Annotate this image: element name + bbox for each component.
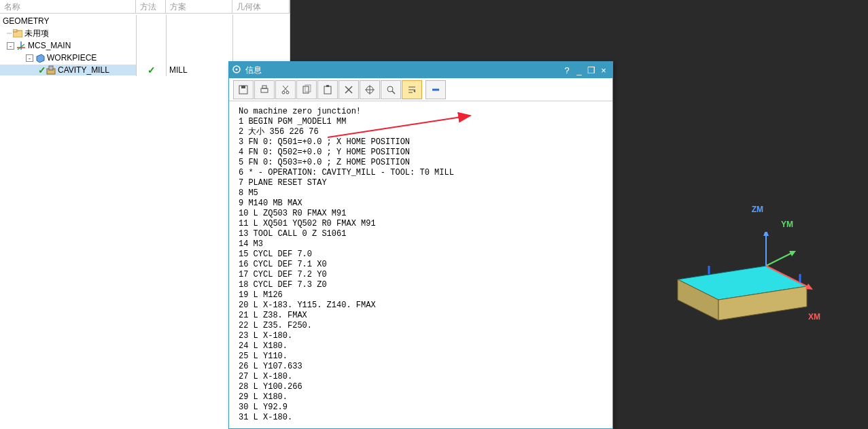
delete-button[interactable] <box>338 80 359 99</box>
axis-x-label: XM <box>808 312 820 322</box>
mill-op-icon <box>46 65 56 75</box>
check-icon: ✓ <box>38 65 46 75</box>
tree-label: GEOMETRY <box>3 16 49 26</box>
svg-point-26 <box>286 91 289 94</box>
help-button[interactable]: ? <box>561 65 573 75</box>
tree-row-mcs[interactable]: - MCS_MAIN <box>0 39 290 52</box>
svg-point-38 <box>387 86 393 92</box>
svg-rect-1 <box>13 29 17 32</box>
svg-line-27 <box>283 86 288 91</box>
svg-marker-12 <box>763 232 769 236</box>
target-button[interactable] <box>360 80 380 99</box>
axis-triad-and-workpiece: ZM YM XM <box>664 205 814 341</box>
svg-rect-23 <box>261 88 268 92</box>
svg-line-39 <box>392 91 395 94</box>
tree-label: WORKPIECE <box>47 53 97 63</box>
workpiece-model <box>664 232 814 347</box>
method-cell: MILL <box>169 65 188 75</box>
cut-button[interactable] <box>275 80 296 99</box>
check-icon: ✓ <box>147 65 156 75</box>
col-scheme[interactable]: 方案 <box>166 0 232 13</box>
tree-header: 名称 方法 方案 几何体 <box>0 0 290 14</box>
wrap-button[interactable] <box>402 80 422 99</box>
info-titlebar[interactable]: 信息 ? _ ❐ × <box>229 62 612 78</box>
info-toolbar <box>229 78 612 101</box>
tree-label: CAVITY_MILL <box>58 65 109 75</box>
copy-button[interactable] <box>296 80 317 99</box>
workpiece-icon <box>35 53 45 63</box>
tree-row-unused[interactable]: ┈ 未用项 <box>0 27 290 39</box>
tree-label: MCS_MAIN <box>28 41 71 50</box>
minimize-button[interactable]: _ <box>573 65 585 75</box>
svg-line-13 <box>766 252 793 266</box>
mcs-icon <box>16 41 26 50</box>
info-body: No machine zero junction! 1 BEGIN PGM _M… <box>229 101 612 428</box>
axis-z-label: ZM <box>752 205 763 214</box>
axis-y-label: YM <box>781 220 793 229</box>
tree-row-geometry[interactable]: GEOMETRY <box>0 15 290 27</box>
svg-rect-31 <box>324 86 331 94</box>
close-button[interactable]: × <box>597 65 610 75</box>
svg-point-25 <box>282 91 285 94</box>
svg-line-28 <box>283 86 288 91</box>
col-geom[interactable]: 几何体 <box>232 0 290 13</box>
info-window[interactable]: 信息 ? _ ❐ × No machine zero junction! 1 B… <box>228 61 613 429</box>
nc-code-text[interactable]: No machine zero junction! 1 BEGIN PGM _M… <box>229 101 612 428</box>
tree-label: 未用项 <box>24 28 49 39</box>
folder-icon <box>13 29 22 38</box>
col-method[interactable]: 方法 <box>136 0 166 13</box>
svg-rect-7 <box>49 66 53 70</box>
svg-rect-32 <box>326 85 329 87</box>
col-name[interactable]: 名称 <box>0 0 136 13</box>
find-button[interactable] <box>381 80 401 99</box>
collapse-icon[interactable]: - <box>26 54 33 62</box>
svg-rect-22 <box>241 86 245 88</box>
svg-marker-5 <box>37 54 44 63</box>
print-button[interactable] <box>254 80 275 99</box>
collapse-button[interactable] <box>426 80 446 99</box>
save-button[interactable] <box>233 80 254 99</box>
svg-point-20 <box>236 68 238 70</box>
info-title-text: 信息 <box>245 65 262 76</box>
svg-rect-24 <box>262 86 266 88</box>
collapse-icon[interactable]: - <box>7 42 14 50</box>
gear-icon <box>232 65 241 76</box>
paste-button[interactable] <box>317 80 338 99</box>
restore-button[interactable]: ❐ <box>585 65 597 75</box>
